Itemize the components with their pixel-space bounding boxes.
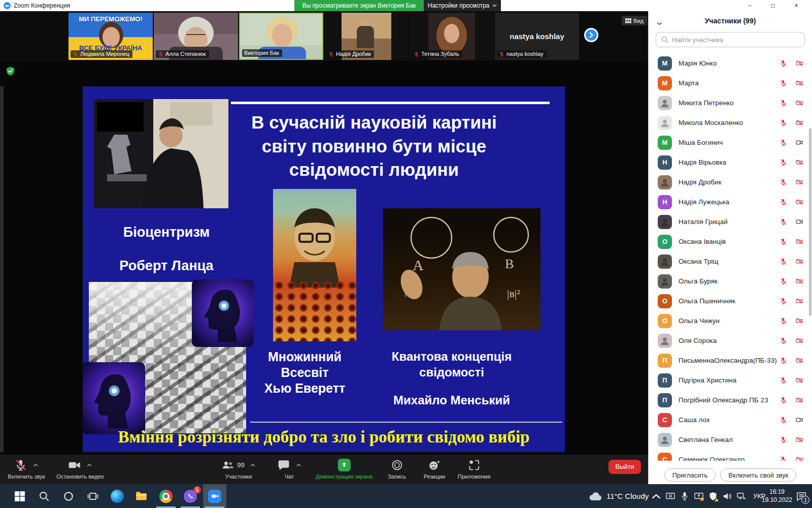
mic-muted-icon [780,99,787,107]
label-multiverse: Множинний Всесвіт Хью Еверетт [243,349,367,396]
clock-widget[interactable]: 16:19 19.10.2022 [757,484,797,508]
participant-row[interactable]: П Погрібний Олександр ПБ 23 [649,390,812,410]
video-options-caret[interactable] [87,463,92,467]
participant-name: Семенюк Олександр [679,456,780,461]
tray-cast-icon[interactable] [665,491,675,501]
search-box[interactable] [656,32,805,47]
participant-row[interactable]: Микита Петренко [649,93,812,113]
meeting-info-shield-icon[interactable] [6,67,15,76]
panel-collapse-chevron-icon[interactable] [657,18,662,27]
start-button[interactable] [8,484,31,508]
slide-title: В сучасній науковій картині світу повинн… [232,111,516,182]
reactions-button[interactable]: Реакции [424,458,446,480]
participant-row[interactable]: С Семенюк Олександр [649,450,812,461]
participant-name: Погрібний Олександр ПБ 23 [679,396,780,404]
stop-video-button[interactable]: Остановить видео [56,458,104,480]
participant-row[interactable]: Надія Дробик [649,172,812,192]
cosmic-head-image-1 [192,279,254,347]
avatar: Н [658,195,672,209]
avatar: О [658,294,672,308]
participant-row[interactable]: Светлана Генкал [649,430,812,450]
mic-muted-icon [780,218,787,226]
view-settings-dropdown[interactable]: Настройки просмотра [424,0,501,11]
mic-muted-icon [158,51,163,57]
mic-muted-icon [780,158,787,166]
restore-button[interactable]: □ [761,0,785,11]
participant-row[interactable]: М Марта [649,73,812,93]
camera-off-icon [795,396,804,404]
participant-name: Наталія Грицай [679,218,780,226]
participant-row[interactable]: Оля Сорока [649,331,812,351]
viber-icon[interactable]: 5 [179,484,202,508]
chrome-icon[interactable] [154,484,178,508]
participant-row[interactable]: М Марія Юнко [649,53,812,73]
chat-options-caret[interactable] [296,463,301,467]
participant-row[interactable]: Микола Москаленко [649,113,812,133]
mic-muted-icon [780,357,787,364]
tray-mic-icon[interactable] [679,491,690,501]
minimize-button[interactable]: − [738,0,761,11]
participant-row[interactable]: С Саша лох [649,410,812,430]
robert-lanza-photo [94,99,228,208]
chat-button[interactable]: Чат [278,458,301,480]
participant-row[interactable]: Наталія Грицай [649,212,812,232]
video-tile-tetyana[interactable]: Тетяна Зубаль [410,13,494,60]
tray-speaker-icon[interactable] [722,491,732,501]
audio-options-caret[interactable] [33,463,38,467]
file-explorer-icon[interactable] [130,484,153,508]
participant-row[interactable]: О Ольга Пшеничняк [649,291,812,311]
participant-row[interactable]: Н Надія Лужецька [649,192,812,212]
video-tile-nastya[interactable]: nastya koshlay nastya koshlay [495,13,579,60]
label-quantum-concept: Квантова концепція свідомості [388,349,515,380]
unmute-my-audio-button[interactable]: Включить свой звук [720,468,796,482]
video-tile-viktoria-active-speaker[interactable]: Виктория Бак [239,13,323,60]
weather-widget[interactable]: 11°C Cloudy [589,484,649,508]
view-mode-button[interactable]: Вид [622,16,647,25]
participant-row[interactable]: Ольга Буряк [649,271,812,291]
cortana-icon[interactable] [57,484,80,508]
participants-button[interactable]: 99 Участники [221,458,255,480]
close-button[interactable]: × [785,0,808,11]
tray-chevron-up-icon[interactable] [651,491,661,501]
tray-screenshare-icon[interactable] [693,491,704,501]
avatar: М [658,76,672,90]
participant-name: ПисьменнаОлександра(ПБ-33) [679,357,780,364]
invite-button[interactable]: Пригласить [664,468,716,482]
participants-options-caret[interactable] [251,463,256,467]
search-icon[interactable] [32,484,56,508]
participant-name: Підгірна Христина [679,376,780,384]
viber-badge: 5 [193,486,201,494]
participant-row[interactable]: О Оксана Іванців [649,232,812,251]
share-screen-button[interactable]: Демонстрация экрана [316,458,373,480]
participant-row[interactable]: П Підгірна Христина [649,370,812,390]
zoom-app-icon[interactable] [203,484,226,508]
search-input[interactable] [672,36,799,44]
participant-name: Надія Вірьовка [679,158,780,166]
participant-row[interactable]: М Міша Богинич [649,133,812,152]
avatar: П [658,393,672,407]
video-tile-lyudmila[interactable]: МИ ПЕРЕМОЖЕМО! ВСЕ БУДЕ УКРАЇНА Людмила … [69,13,153,60]
video-tile-nadiya[interactable]: Надія Дробик [324,13,409,60]
tray-network-icon[interactable] [736,491,747,501]
unmute-button[interactable]: Включить звук [8,458,45,480]
mic-muted-icon [499,51,504,57]
record-button[interactable]: Запись [388,458,406,480]
next-page-arrow-button[interactable] [584,28,598,42]
leave-meeting-button[interactable]: Выйти [608,460,641,474]
panel-title: Участники (99) [649,11,812,30]
edge-icon[interactable] [106,484,129,508]
participant-row[interactable]: О Ольга Чижун [649,311,812,331]
task-view-icon[interactable] [81,484,105,508]
apps-button[interactable]: Приложения [458,458,490,480]
camera-off-icon [795,376,804,384]
participant-row[interactable]: Оксана Тріщ [649,251,812,271]
tray-security-shield-icon[interactable] [707,491,718,501]
participant-row[interactable]: П ПисьменнаОлександра(ПБ-33) [649,351,812,370]
label-mensky: Михайло Менський [388,393,515,407]
avatar: П [658,373,672,388]
action-center-button[interactable]: 1 [793,484,810,508]
scrollbar[interactable] [809,128,811,316]
participant-row[interactable]: Н Надія Вірьовка [649,152,812,172]
video-tile-alla[interactable]: Алла Степанюк [154,13,238,60]
zoom-logo-icon [4,2,11,9]
